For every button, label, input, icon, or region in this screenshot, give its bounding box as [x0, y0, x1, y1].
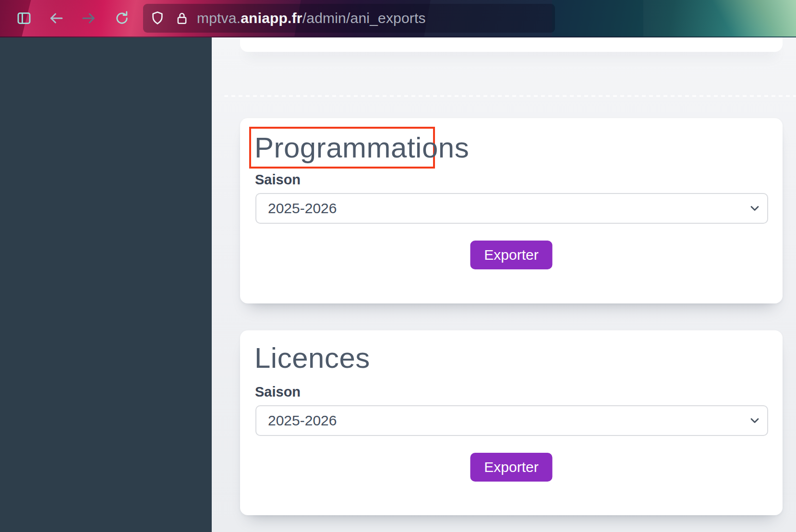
exporter-button-programmations[interactable]: Exporter	[470, 241, 553, 269]
red-annotation-box: Programmations	[249, 127, 435, 169]
back-icon[interactable]	[48, 10, 65, 27]
sidebar	[0, 36, 212, 532]
saison-select-licences[interactable]: 2025-2026	[255, 405, 768, 436]
url-subdomain: mptva.	[197, 10, 241, 26]
shield-icon[interactable]	[150, 11, 165, 26]
saison-select-value: 2025-2026	[256, 200, 767, 217]
browser-toolbar: mptva.aniapp.fr/admin/ani_exports	[0, 0, 796, 37]
browser-window: mptva.aniapp.fr/admin/ani_exports Progra…	[0, 0, 796, 532]
url-domain: aniapp.fr	[241, 10, 302, 26]
reload-icon[interactable]	[114, 10, 130, 26]
chevron-down-icon	[748, 202, 761, 215]
forward-icon[interactable]	[80, 10, 97, 27]
previous-card-partial	[240, 36, 783, 52]
dashed-divider	[224, 95, 796, 97]
toolbar-art-highlight	[681, 0, 796, 36]
sidebar-toggle-icon[interactable]	[16, 10, 32, 26]
saison-select-value: 2025-2026	[256, 412, 767, 429]
url-path: /admin/ani_exports	[302, 10, 426, 26]
url-text[interactable]: mptva.aniapp.fr/admin/ani_exports	[197, 0, 426, 36]
card-title-licences: Licences	[254, 337, 370, 379]
saison-select-programmations[interactable]: 2025-2026	[255, 193, 768, 224]
toolbar-art-teal	[552, 0, 643, 36]
card-programmations: Programmations Saison 2025-2026 Exporter	[240, 118, 783, 303]
card-title-programmations: Programmations	[254, 127, 469, 169]
chevron-down-icon	[748, 414, 761, 427]
saison-label: Saison	[255, 172, 301, 188]
lock-icon[interactable]	[175, 11, 189, 25]
exporter-button-licences[interactable]: Exporter	[470, 453, 553, 482]
saison-label: Saison	[255, 384, 301, 400]
main-content: Programmations Saison 2025-2026 Exporter…	[212, 36, 796, 532]
card-licences: Licences Saison 2025-2026 Exporter	[240, 330, 783, 515]
